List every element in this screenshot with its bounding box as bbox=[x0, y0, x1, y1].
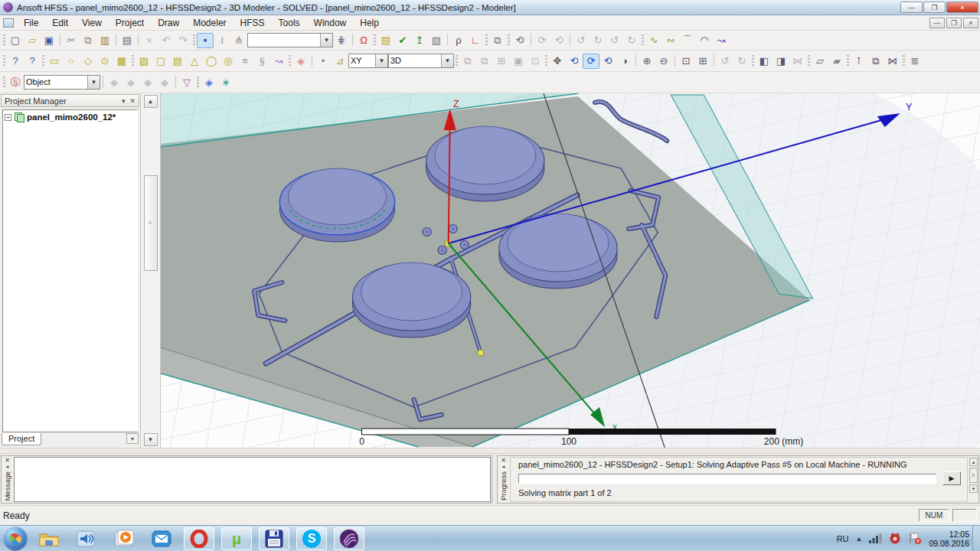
drawing-plane-combobox[interactable]: XY bbox=[348, 54, 388, 68]
draw-arc-center-icon[interactable]: ⌒ bbox=[679, 33, 696, 48]
opera-button[interactable] bbox=[184, 527, 214, 550]
draw-rectangle-icon[interactable]: ▭ bbox=[46, 54, 63, 69]
duplicate-mirror-icon[interactable]: ⋈ bbox=[884, 54, 901, 69]
new-file-icon[interactable]: ▢ bbox=[7, 33, 24, 48]
tray-expand-icon[interactable]: ▲ bbox=[856, 535, 863, 543]
simulation-combobox[interactable] bbox=[247, 33, 333, 47]
menu-draw[interactable]: Draw bbox=[151, 16, 186, 30]
duplicate-around-axis-icon[interactable]: ⧉ bbox=[867, 54, 884, 69]
patch-disc-right[interactable] bbox=[499, 214, 617, 289]
results-icon[interactable]: ▤ bbox=[377, 33, 394, 48]
move-origin-icon[interactable]: ⊡ bbox=[527, 54, 544, 69]
select-face-icon[interactable]: ◆ bbox=[139, 75, 156, 90]
context-help-icon[interactable]: ? bbox=[24, 54, 41, 69]
project-tree-item[interactable]: + panel_mimo2600_12* bbox=[5, 112, 136, 122]
undo-icon[interactable]: ↶ bbox=[158, 33, 175, 48]
copy-image-icon[interactable]: ⧉ bbox=[489, 33, 506, 48]
move-face-icon[interactable]: ⊞ bbox=[493, 54, 510, 69]
draw-ellipse-icon[interactable]: ⊙ bbox=[96, 54, 113, 69]
patch-disc-bottom[interactable] bbox=[352, 262, 470, 337]
object-filter-icon[interactable]: ▽ bbox=[178, 75, 195, 90]
rotate-model-icon[interactable]: ⟲ bbox=[511, 33, 528, 48]
rotate-screen-icon[interactable]: ⟲ bbox=[599, 54, 616, 69]
file-explorer-button[interactable] bbox=[34, 527, 64, 550]
close-button[interactable]: × bbox=[946, 2, 978, 13]
view-redo-icon[interactable]: ↻ bbox=[733, 54, 750, 69]
menu-help[interactable]: Help bbox=[353, 16, 386, 30]
scrollbar-thumb[interactable]: ≡ bbox=[144, 175, 158, 271]
spin-up-icon[interactable]: ↺ bbox=[573, 33, 590, 48]
analyze-all-icon[interactable]: ↥ bbox=[411, 33, 428, 48]
skype-button[interactable]: S bbox=[296, 527, 327, 550]
mdi-restore-button[interactable]: ❐ bbox=[946, 18, 962, 28]
rotate-free-icon[interactable]: ⟲ bbox=[566, 54, 583, 69]
draw-box-icon[interactable]: ▧ bbox=[136, 54, 152, 69]
message-close-icon[interactable]: ✕ bbox=[5, 457, 10, 464]
optimetrics-icon[interactable]: ⋔ bbox=[230, 33, 247, 48]
fit-contents-icon[interactable]: ◧ bbox=[756, 54, 773, 69]
view-mode-combobox[interactable]: 3D bbox=[388, 54, 454, 68]
project-manager-titlebar[interactable]: Project Manager ▾ ✕ bbox=[1, 94, 139, 107]
lumped-port[interactable] bbox=[478, 350, 484, 356]
mirror-duplicate-icon[interactable]: ⋈ bbox=[789, 54, 806, 69]
patch-disc-top[interactable] bbox=[426, 126, 544, 201]
pan-icon[interactable]: ✥ bbox=[549, 54, 566, 69]
taskbar-clock[interactable]: 12:05 09.08.2016 bbox=[929, 530, 969, 548]
draw-torus-icon[interactable]: ◎ bbox=[220, 54, 237, 69]
rotate-ccw-icon[interactable]: ⟲ bbox=[550, 33, 567, 48]
patch-disc-left[interactable] bbox=[279, 168, 394, 242]
layers-icon[interactable]: ≣ bbox=[906, 54, 923, 69]
open-file-icon[interactable]: ▱ bbox=[24, 33, 41, 48]
draw-prism-icon[interactable]: ▤ bbox=[169, 54, 186, 69]
wireframe-icon[interactable]: ▱ bbox=[812, 54, 828, 69]
paste-icon[interactable]: ▥ bbox=[96, 33, 113, 48]
maximize-restore-button[interactable]: ❐ bbox=[923, 2, 946, 13]
rotate-cw-icon[interactable]: ⟳ bbox=[534, 33, 550, 48]
unite-icon[interactable]: ◈ bbox=[292, 54, 309, 69]
action-center-flag-icon[interactable] bbox=[908, 533, 922, 544]
draw-spiral-icon[interactable]: § bbox=[253, 54, 270, 69]
help-icon[interactable]: ? bbox=[7, 54, 24, 69]
spin-right-icon[interactable]: ↻ bbox=[623, 33, 640, 48]
menu-window[interactable]: Window bbox=[307, 16, 354, 30]
boolean-unite-icon[interactable]: ◈ bbox=[201, 75, 217, 90]
select-vertex-icon[interactable]: ◆ bbox=[106, 75, 122, 90]
vertical-scrollbar[interactable]: ▲ ≡ ▼ bbox=[141, 93, 161, 448]
progress-scroll-up-icon[interactable]: ▲ bbox=[969, 458, 978, 466]
field-overlay-icon[interactable]: ρ bbox=[450, 33, 467, 48]
horizontal-splitter[interactable] bbox=[0, 448, 980, 454]
mdi-close-button[interactable]: × bbox=[963, 18, 978, 28]
move-edge-icon[interactable]: ⧉ bbox=[476, 54, 493, 69]
draw-sheet-icon[interactable]: ≡ bbox=[237, 54, 253, 69]
antivirus-tray-icon[interactable] bbox=[889, 533, 901, 544]
spin-left-icon[interactable]: ↺ bbox=[606, 33, 623, 48]
draw-cylinder-icon[interactable]: ▢ bbox=[152, 54, 169, 69]
menu-edit[interactable]: Edit bbox=[45, 16, 75, 30]
dynamic-zoom-icon[interactable]: ◑ bbox=[616, 54, 633, 69]
scroll-up-icon[interactable]: ▲ bbox=[144, 95, 158, 108]
create-report-icon[interactable]: ∟ bbox=[467, 33, 484, 48]
validate-check-icon[interactable]: Ω bbox=[355, 33, 372, 48]
select-mode-icon[interactable]: Ⓢ bbox=[7, 75, 24, 90]
menu-tools[interactable]: Tools bbox=[272, 16, 307, 30]
language-indicator[interactable]: RU bbox=[837, 534, 849, 543]
draw-spline-icon[interactable]: ∾ bbox=[662, 33, 679, 48]
modeler-3d-viewport[interactable]: Z Y x 0 100 200 (mm) bbox=[161, 93, 980, 448]
selection-type-combobox[interactable]: Object bbox=[24, 75, 100, 90]
message-list[interactable] bbox=[14, 457, 491, 502]
zoom-out-icon[interactable]: ⊖ bbox=[655, 54, 672, 69]
save-icon[interactable]: ▣ bbox=[41, 33, 57, 48]
zoom-window-icon[interactable]: ⊡ bbox=[678, 54, 694, 69]
volume-mixer-button[interactable] bbox=[71, 527, 102, 550]
progress-collapse-icon[interactable]: ◂ bbox=[502, 464, 505, 470]
show-desktop-button[interactable] bbox=[972, 526, 980, 551]
boolean-subtract-icon[interactable]: ∗ bbox=[217, 75, 234, 90]
select-edge-icon[interactable]: ◆ bbox=[122, 75, 139, 90]
submit-job-icon[interactable]: ⋕ bbox=[333, 33, 350, 48]
tree-expander-icon[interactable]: + bbox=[5, 114, 11, 121]
minimize-button[interactable]: — bbox=[900, 2, 923, 13]
validation-icon[interactable]: ≀ bbox=[214, 33, 230, 48]
draw-plane-icon[interactable]: ▦ bbox=[113, 54, 130, 69]
cut-icon[interactable]: ✂ bbox=[63, 33, 80, 48]
zoom-in-icon[interactable]: ⊕ bbox=[639, 54, 655, 69]
